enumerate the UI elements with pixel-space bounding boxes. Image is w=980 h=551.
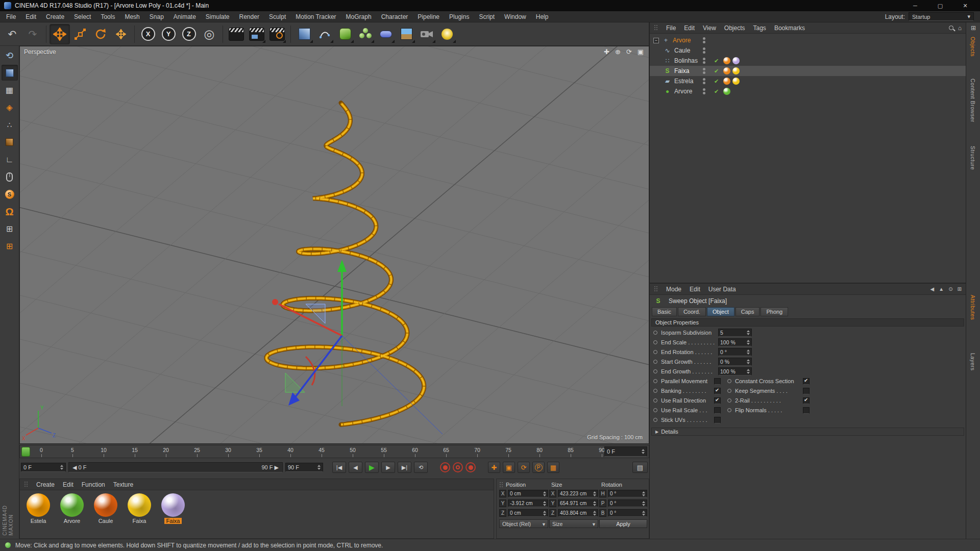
om-menu-edit[interactable]: Edit xyxy=(684,24,695,32)
visibility-dots[interactable] xyxy=(703,47,705,54)
lock-z-axis-button[interactable]: Z xyxy=(179,24,199,44)
material-menu-function[interactable]: Function xyxy=(82,481,105,488)
keyframe-circle-icon[interactable] xyxy=(653,408,657,412)
menu-tools[interactable]: Tools xyxy=(101,13,115,20)
lock-y-axis-button[interactable]: Y xyxy=(159,24,178,44)
keyframe-circle-icon[interactable] xyxy=(653,389,657,393)
move-tool-button[interactable] xyxy=(50,24,69,44)
key-pla-button[interactable]: ▦ xyxy=(547,462,559,473)
menu-sculpt[interactable]: Sculpt xyxy=(269,13,286,20)
stick-uvs-checkbox[interactable] xyxy=(714,417,721,423)
object-name[interactable]: Bolinhas xyxy=(674,57,698,64)
expander-icon[interactable]: − xyxy=(653,38,659,43)
enabled-check-icon[interactable]: ✔ xyxy=(714,78,719,85)
menu-select[interactable]: Select xyxy=(74,13,91,20)
keyframe-selection-button[interactable]: ▤ xyxy=(632,462,648,473)
scale-tool-button[interactable] xyxy=(70,24,90,44)
material-menu-edit[interactable]: Edit xyxy=(63,481,74,488)
material-tag[interactable] xyxy=(723,88,730,95)
phong-tag[interactable] xyxy=(723,78,730,85)
rotation-h-field[interactable]: 0 ° xyxy=(608,490,647,497)
lock-icon[interactable]: ⊙ xyxy=(948,286,952,292)
render-picture-viewer-button[interactable] xyxy=(247,24,266,44)
material-menu-create[interactable]: Create xyxy=(36,481,55,488)
tab-basic[interactable]: Basic xyxy=(652,307,677,316)
parallel-movement-checkbox[interactable] xyxy=(714,378,721,385)
menu-file[interactable]: File xyxy=(6,13,16,20)
model-mode-button[interactable] xyxy=(2,65,18,81)
keyframe-circle-icon[interactable] xyxy=(653,369,657,373)
dock-tab-layers[interactable]: Layers xyxy=(970,353,976,371)
material-arvore[interactable]: Arvore xyxy=(58,493,86,524)
rotation-b-field[interactable]: 0 ° xyxy=(608,509,647,517)
close-button[interactable]: ✕ xyxy=(954,3,976,9)
viewport-maximize-icon[interactable]: ▣ xyxy=(638,48,644,56)
keyframe-circle-icon[interactable] xyxy=(653,360,657,364)
panel-grip[interactable] xyxy=(654,286,658,292)
object-row-estrela[interactable]: ▰ Estrela ✔ xyxy=(650,76,966,86)
object-mode-button[interactable] xyxy=(2,134,18,150)
make-editable-button[interactable]: ⟲ xyxy=(2,47,18,63)
object-properties-header[interactable]: Object Properties xyxy=(651,318,964,327)
om-menu-file[interactable]: File xyxy=(666,24,676,32)
enabled-check-icon[interactable]: ✔ xyxy=(714,58,719,64)
menu-window[interactable]: Window xyxy=(504,13,526,20)
visibility-dots[interactable] xyxy=(703,78,705,84)
tab-coord[interactable]: Coord. xyxy=(678,307,706,316)
menu-create[interactable]: Create xyxy=(46,13,64,20)
keyframe-circle-icon[interactable] xyxy=(653,350,657,354)
menu-pipeline[interactable]: Pipeline xyxy=(418,13,439,20)
size-z-field[interactable]: 403.804 cm xyxy=(558,509,598,517)
material-tag[interactable] xyxy=(732,57,740,64)
frame-stepper[interactable] xyxy=(640,449,645,454)
add-environment-button[interactable] xyxy=(397,24,416,44)
menu-help[interactable]: Help xyxy=(536,13,549,20)
end-rotation-field[interactable]: 0 ° xyxy=(718,348,752,356)
object-row-arvore-cone[interactable]: ● Arvore ✔ xyxy=(650,86,966,96)
axis-mode-button[interactable]: ∟ xyxy=(2,152,18,167)
enabled-check-icon[interactable]: ✔ xyxy=(714,68,719,74)
enable-snap-button[interactable]: Ω xyxy=(2,204,18,219)
render-view-button[interactable] xyxy=(227,24,246,44)
rotation-p-field[interactable]: 0 ° xyxy=(608,499,647,507)
start-growth-field[interactable]: 0 % xyxy=(718,358,752,366)
workplane-mode-button[interactable]: ◈ xyxy=(2,99,18,115)
autokey-button[interactable] xyxy=(453,462,463,472)
phong-tag[interactable] xyxy=(723,67,730,74)
perspective-viewport[interactable]: YXZ Perspective ✚ ⊕ ⟳ ▣ Grid Spacing : 1… xyxy=(19,46,649,444)
current-frame-spinner[interactable]: 0 F xyxy=(21,463,66,472)
home-icon[interactable]: ⌂ xyxy=(958,24,962,32)
viewport-zoom-icon[interactable]: ⊕ xyxy=(615,48,621,56)
menu-script[interactable]: Script xyxy=(479,13,495,20)
menu-motion-tracker[interactable]: Motion Tracker xyxy=(296,13,336,20)
visibility-dots[interactable] xyxy=(703,37,705,43)
key-position-button[interactable]: ✚ xyxy=(488,462,500,473)
timeline-playhead[interactable] xyxy=(21,447,30,457)
panel-grip[interactable] xyxy=(499,482,503,488)
rotate-tool-button[interactable] xyxy=(91,24,110,44)
om-menu-bookmarks[interactable]: Bookmarks xyxy=(774,24,805,32)
key-parameter-button[interactable]: P xyxy=(532,462,545,473)
dock-tab-content-browser[interactable]: Content Browser xyxy=(970,79,976,122)
maximize-button[interactable]: ▢ xyxy=(929,3,951,9)
menu-mesh[interactable]: Mesh xyxy=(125,13,139,20)
add-light-button[interactable] xyxy=(437,24,457,44)
loop-button[interactable]: ⟲ xyxy=(414,462,428,473)
menu-simulate[interactable]: Simulate xyxy=(206,13,230,20)
material-sphere[interactable] xyxy=(94,493,117,517)
menu-mograph[interactable]: MoGraph xyxy=(346,13,372,20)
play-button[interactable]: ▶ xyxy=(365,462,379,473)
am-menu-userdata[interactable]: User Data xyxy=(708,286,736,293)
keyframe-circle-icon[interactable] xyxy=(653,340,657,344)
texture-mode-button[interactable]: ▦ xyxy=(2,82,18,98)
goto-end-button[interactable]: ▶| xyxy=(398,462,411,473)
end-frame-spinner[interactable]: 90 F xyxy=(285,463,323,472)
keyframe-circle-icon[interactable] xyxy=(727,408,731,412)
object-row-bolinhas[interactable]: ∷ Bolinhas ✔ xyxy=(650,56,966,66)
end-growth-field[interactable]: 100 % xyxy=(718,367,752,375)
enabled-check-icon[interactable]: ✔ xyxy=(714,88,719,95)
viewport-label[interactable]: Perspective xyxy=(24,48,56,56)
position-y-field[interactable]: -3.912 cm xyxy=(508,499,548,507)
keyframe-circle-icon[interactable] xyxy=(653,379,657,383)
use-rail-direction-checkbox[interactable] xyxy=(714,397,721,404)
